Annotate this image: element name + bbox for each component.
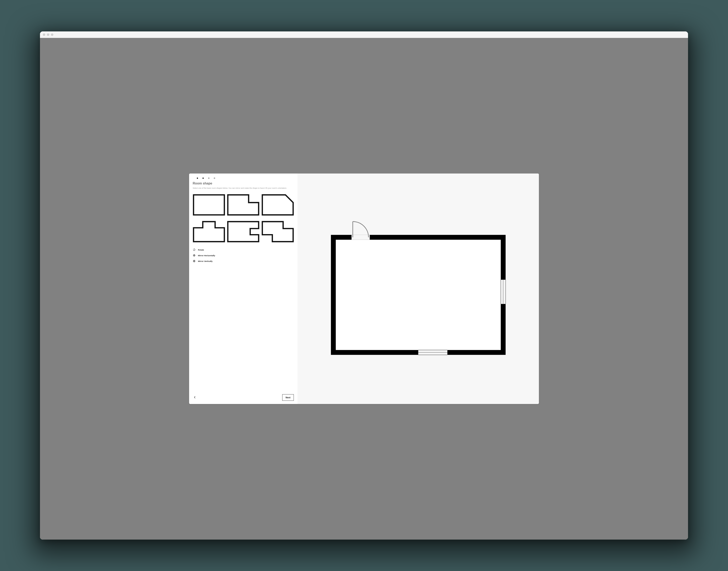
step-dot-1[interactable] — [197, 178, 198, 179]
floorplan-preview — [327, 219, 509, 359]
stepper — [193, 178, 294, 182]
rotate-icon — [193, 248, 196, 251]
window-right-icon — [501, 280, 506, 304]
step-dot-2[interactable] — [202, 178, 204, 179]
dialog-preview-panel — [297, 174, 539, 404]
rotate-label: Rotate — [198, 249, 204, 251]
window-titlebar — [40, 31, 688, 38]
mirror-vertical-label: Mirror Vertically — [198, 260, 213, 262]
dialog-description: Select one of the basic room shapes belo… — [193, 187, 289, 190]
window-bottom-icon — [418, 350, 447, 355]
rotate-button[interactable]: Rotate — [193, 248, 294, 251]
mirror-vertical-button[interactable]: Mirror Vertically — [193, 260, 294, 262]
next-button[interactable]: Next — [282, 394, 294, 401]
room-shape-dialog: Room shape Select one of the basic room … — [189, 174, 539, 404]
dialog-left-panel: Room shape Select one of the basic room … — [189, 174, 298, 404]
app-window: Room shape Select one of the basic room … — [40, 31, 688, 540]
dialog-footer: Next — [193, 391, 294, 401]
svg-rect-4 — [351, 235, 370, 240]
window-minimize-button[interactable] — [47, 33, 49, 36]
mirror-horizontal-label: Mirror Horizontally — [198, 254, 215, 257]
back-button[interactable] — [193, 395, 197, 399]
shape-option-rectangle[interactable] — [193, 193, 225, 217]
shape-option-c-right-notch[interactable] — [227, 219, 260, 244]
shape-option-angled-corner[interactable] — [262, 193, 294, 217]
window-maximize-button[interactable] — [51, 33, 54, 36]
shape-options-grid — [193, 193, 294, 244]
dialog-title: Room shape — [193, 182, 294, 185]
mirror-horizontal-icon — [193, 254, 196, 257]
door-icon — [351, 222, 370, 240]
app-content-backdrop: Room shape Select one of the basic room … — [40, 38, 688, 540]
window-close-button[interactable] — [43, 33, 45, 36]
shape-option-l-top-right-notch[interactable] — [227, 193, 260, 217]
mirror-vertical-icon — [193, 260, 196, 262]
shape-option-step[interactable] — [262, 219, 294, 244]
svg-rect-3 — [333, 237, 503, 352]
step-dot-4[interactable] — [214, 178, 215, 179]
shape-option-t-top-notch[interactable] — [193, 219, 225, 244]
transform-actions: Rotate Mirror Horizontally Mirror Vertic… — [193, 248, 294, 262]
svg-rect-0 — [194, 195, 224, 215]
mirror-horizontal-button[interactable]: Mirror Horizontally — [193, 254, 294, 257]
step-dot-3[interactable] — [208, 178, 209, 179]
chevron-left-icon — [194, 396, 196, 399]
